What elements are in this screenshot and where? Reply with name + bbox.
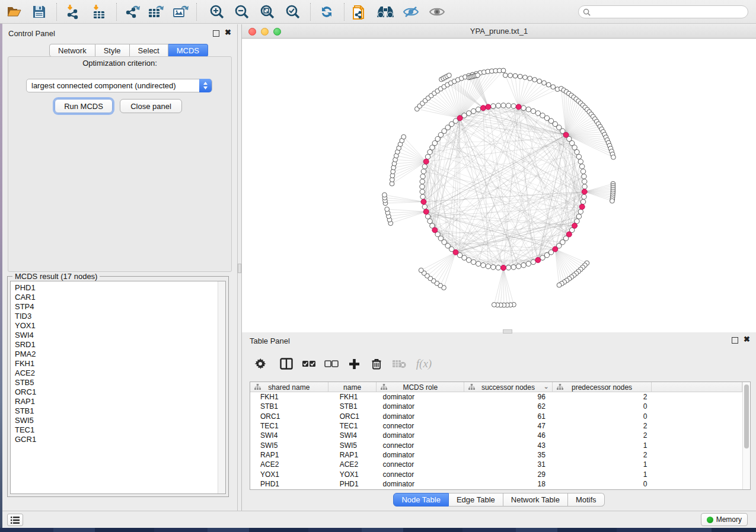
table-row[interactable]: FKH1FKH1dominator962 [250, 392, 742, 402]
mcds-result-item[interactable]: TID3 [11, 312, 225, 321]
network-canvas[interactable] [242, 39, 756, 332]
network-node[interactable] [531, 259, 535, 264]
network-node[interactable] [582, 174, 586, 179]
network-node[interactable] [420, 179, 425, 184]
close-panel-icon[interactable]: ✖ [225, 28, 231, 37]
network-node[interactable] [540, 113, 545, 118]
network-mcds-hub-node[interactable] [572, 223, 578, 229]
tab-edge-table[interactable]: Edge Table [449, 493, 503, 507]
table-row[interactable]: ACE2ACE2connector311 [250, 460, 742, 469]
network-mcds-hub-node[interactable] [423, 159, 429, 164]
network-mcds-hub-node[interactable] [421, 199, 426, 204]
network-node[interactable] [580, 199, 585, 204]
table-scrollbar-thumb[interactable] [744, 384, 749, 448]
network-node[interactable] [506, 265, 511, 270]
network-leaf-node[interactable] [532, 78, 537, 82]
network-leaf-node[interactable] [419, 268, 423, 273]
network-node[interactable] [569, 140, 574, 145]
column-header-shared-name[interactable]: shared name [250, 382, 328, 392]
zoom-selected-button[interactable] [282, 2, 304, 22]
network-window-titlebar[interactable]: YPA_prune.txt_1 [242, 24, 756, 39]
network-leaf-node[interactable] [611, 155, 616, 159]
network-node[interactable] [425, 214, 430, 219]
network-node[interactable] [462, 255, 467, 260]
mcds-result-item[interactable]: PMA2 [11, 350, 225, 359]
network-node[interactable] [511, 265, 516, 270]
mcds-result-item[interactable]: FKH1 [11, 359, 225, 368]
network-mcds-hub-node[interactable] [579, 204, 585, 210]
network-leaf-node[interactable] [508, 73, 513, 78]
network-leaf-node[interactable] [492, 302, 496, 307]
network-graph[interactable] [242, 39, 756, 332]
network-node[interactable] [428, 219, 432, 223]
table-row[interactable]: YOX1YOX1connector291 [250, 469, 742, 479]
network-node[interactable] [486, 264, 490, 268]
tab-network[interactable]: Network [49, 44, 95, 57]
node-table[interactable]: shared namenameMCDS rolesuccessor nodes⌄… [250, 382, 751, 490]
export-table-button[interactable] [145, 2, 167, 22]
network-node[interactable] [476, 261, 480, 266]
tab-motifs[interactable]: Motifs [568, 493, 605, 507]
network-node[interactable] [582, 179, 587, 184]
network-node[interactable] [579, 164, 584, 169]
mcds-result-item[interactable]: ORC1 [11, 387, 225, 397]
network-node[interactable] [582, 184, 587, 189]
network-node[interactable] [582, 194, 586, 199]
table-row[interactable]: ORC1ORC1dominator610 [250, 412, 742, 421]
select-all-button[interactable] [298, 353, 320, 374]
mcds-result-item[interactable]: SWI4 [11, 331, 225, 340]
network-mcds-hub-node[interactable] [535, 257, 541, 262]
import-table-button[interactable] [88, 2, 110, 22]
column-header-successor-nodes[interactable]: successor nodes⌄ [464, 382, 553, 392]
zoom-in-button[interactable] [206, 2, 228, 22]
mcds-list-scrollbar[interactable] [218, 281, 225, 493]
network-node[interactable] [575, 149, 579, 154]
chevron-down-icon[interactable]: ⌄ [544, 383, 549, 390]
network-node[interactable] [476, 107, 480, 112]
column-header-name[interactable]: name [328, 382, 377, 392]
network-leaf-node[interactable] [542, 81, 547, 85]
tab-select[interactable]: Select [130, 44, 168, 57]
network-from-selection-button[interactable] [349, 2, 371, 22]
network-mcds-hub-node[interactable] [563, 132, 569, 137]
network-mcds-hub-node[interactable] [453, 249, 458, 255]
export-network-button[interactable] [122, 2, 143, 22]
run-mcds-button[interactable]: Run MCDS [55, 99, 113, 113]
network-leaf-node[interactable] [546, 82, 551, 87]
network-leaf-node[interactable] [557, 283, 562, 287]
network-node[interactable] [496, 103, 500, 108]
network-node[interactable] [576, 214, 581, 219]
node-table-header[interactable]: shared namenameMCDS rolesuccessor nodes⌄… [250, 382, 742, 392]
network-node[interactable] [471, 259, 476, 264]
mcds-result-item[interactable]: ACE2 [11, 368, 225, 378]
network-node[interactable] [422, 204, 427, 209]
network-mcds-hub-node[interactable] [553, 246, 558, 252]
search-input[interactable] [593, 8, 748, 16]
network-node[interactable] [576, 154, 581, 159]
network-node[interactable] [511, 104, 516, 108]
network-node[interactable] [466, 258, 471, 262]
float-panel-icon[interactable] [213, 30, 219, 37]
network-node[interactable] [526, 261, 531, 266]
mcds-result-item[interactable]: TEC1 [11, 425, 225, 435]
zoom-out-button[interactable] [231, 2, 253, 22]
network-node[interactable] [572, 145, 577, 150]
table-row[interactable]: PHD1PHD1dominator180 [250, 479, 742, 489]
save-button[interactable] [28, 2, 50, 22]
network-node[interactable] [526, 107, 531, 112]
network-node[interactable] [420, 194, 425, 199]
network-node[interactable] [521, 105, 526, 110]
network-node[interactable] [425, 154, 430, 159]
network-leaf-node[interactable] [513, 73, 518, 78]
network-leaf-node[interactable] [537, 79, 542, 84]
network-mcds-hub-node[interactable] [582, 189, 587, 194]
delete-table-button[interactable] [388, 353, 410, 374]
mcds-result-item[interactable]: RAP1 [11, 397, 225, 406]
network-leaf-node[interactable] [523, 75, 528, 80]
table-row[interactable]: STB1STB1dominator620 [250, 402, 742, 411]
network-leaf-node[interactable] [528, 76, 532, 81]
column-view-button[interactable] [275, 353, 298, 374]
network-node[interactable] [491, 265, 496, 270]
column-header-empty[interactable] [652, 382, 742, 392]
network-node[interactable] [544, 252, 549, 257]
